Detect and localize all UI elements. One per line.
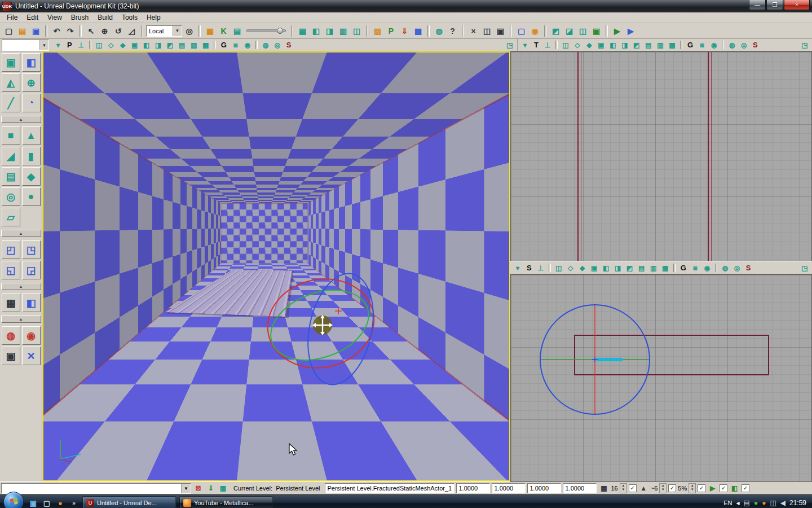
lit-icon[interactable]: ▣ xyxy=(595,40,607,50)
wireframe-icon[interactable]: ◇ xyxy=(565,262,576,273)
geometry-mode-button[interactable]: ◧ xyxy=(22,53,41,72)
chevron-down-icon[interactable]: ▼ xyxy=(39,40,48,50)
unlit-icon[interactable]: ◆ xyxy=(117,40,129,50)
special-brush-button[interactable]: ▦ xyxy=(2,294,20,312)
view-type-label[interactable]: P xyxy=(64,41,75,49)
top-viewport[interactable] xyxy=(510,51,812,261)
view-type-label[interactable]: T xyxy=(531,41,541,49)
translate-mode-icon[interactable]: ⊕ xyxy=(98,24,111,37)
actor-lock-icon[interactable]: ◎ xyxy=(738,40,749,50)
lightmap-density-icon[interactable]: ▦ xyxy=(660,262,671,273)
game-view-toggle[interactable]: G xyxy=(685,41,696,49)
drawscale-y-field[interactable]: 1.0000 xyxy=(492,483,526,493)
shader-complexity-icon[interactable]: ▥ xyxy=(188,40,200,50)
generic-browser-icon[interactable]: ▦ xyxy=(296,24,309,37)
mesh-paint-mode-button[interactable]: ╱ xyxy=(2,94,20,112)
slider-knob[interactable] xyxy=(277,28,283,34)
cut-icon[interactable]: × xyxy=(467,24,480,37)
volume-tray-icon[interactable]: ◀ xyxy=(780,500,785,506)
squint-toggle[interactable]: S xyxy=(284,41,294,49)
lighting-only-icon[interactable]: ◨ xyxy=(619,40,630,50)
perspective-scene[interactable] xyxy=(43,52,509,480)
autosave-spinner[interactable]: ▲▼ xyxy=(689,483,696,493)
wireframe-icon[interactable]: ◇ xyxy=(572,40,583,50)
maximize-button[interactable]: ❐ xyxy=(766,0,783,10)
quicklaunch-explorer-icon[interactable]: ▣ xyxy=(27,497,39,508)
lock-viewport-icon[interactable]: ◙ xyxy=(690,262,701,273)
maximize-viewport-icon[interactable]: ▾ xyxy=(512,262,523,273)
detail-lighting-icon[interactable]: ◧ xyxy=(607,40,619,50)
chevron-down-icon[interactable]: ▼ xyxy=(181,484,191,493)
show-flags-icon[interactable]: ◉ xyxy=(708,40,720,50)
scale-mode-icon[interactable]: ◿ xyxy=(125,24,138,37)
shader-complexity-icon[interactable]: ▥ xyxy=(648,262,659,273)
menu-tools[interactable]: Tools xyxy=(117,13,142,22)
linear-staircase-brush-button[interactable]: ▤ xyxy=(2,167,20,186)
split-tool-button[interactable]: ✕ xyxy=(22,347,41,365)
lighting-only-icon[interactable]: ◨ xyxy=(153,40,164,50)
help-icon[interactable]: ? xyxy=(446,24,459,37)
maximize-viewport-icon[interactable]: ▾ xyxy=(519,40,531,50)
realtime-icon[interactable]: ⊥ xyxy=(535,262,546,273)
lit-icon[interactable]: ▣ xyxy=(589,262,600,273)
open-map-icon[interactable]: ▤ xyxy=(16,24,29,37)
brush-stripes-icon[interactable]: ▨ xyxy=(371,24,384,37)
actor-search-combo[interactable]: ▼ xyxy=(1,483,191,494)
drawscale-z-field[interactable]: 1.0000 xyxy=(527,483,561,493)
side-viewport[interactable] xyxy=(510,274,812,482)
select-mode-icon[interactable]: ↖ xyxy=(85,24,98,37)
drawscale-x-field[interactable]: 1.0000 xyxy=(456,483,490,493)
attachment-browser-icon[interactable]: ◫ xyxy=(350,24,363,37)
publish-cook-icon[interactable]: P xyxy=(385,24,398,37)
level-streaming-icon[interactable]: ▦ xyxy=(218,483,228,494)
view-type-label[interactable]: S xyxy=(524,264,535,272)
redo-icon[interactable]: ↷ xyxy=(64,24,77,37)
paste-icon[interactable]: ▣ xyxy=(494,24,507,37)
camera-socket-icon[interactable]: ◍ xyxy=(726,40,738,50)
shader-complexity-icon[interactable]: ▥ xyxy=(655,40,666,50)
csg-intersect-button[interactable]: ◱ xyxy=(2,261,20,279)
rotation-grid-spinner[interactable]: ▲▼ xyxy=(659,483,667,493)
package-checkbox[interactable]: ✓ xyxy=(742,484,749,492)
browser-tray-icon[interactable]: ● xyxy=(762,500,766,506)
camera-socket-icon[interactable]: ◍ xyxy=(720,262,731,273)
lock-viewport-icon[interactable]: ◙ xyxy=(230,40,241,50)
camera-mode-button[interactable]: ▣ xyxy=(2,53,20,72)
keyboard-tray-icon[interactable]: ▤ xyxy=(744,500,750,506)
cone-brush-button[interactable]: ▲ xyxy=(22,126,41,145)
quicklaunch-desktop-icon[interactable]: ▢ xyxy=(41,497,53,508)
texture-density-icon[interactable]: ▤ xyxy=(636,262,647,273)
texture-density-icon[interactable]: ▤ xyxy=(176,40,188,50)
new-map-icon[interactable]: ▢ xyxy=(2,24,15,37)
show-flags-icon[interactable]: ◉ xyxy=(701,262,713,273)
actor-lock-icon[interactable]: ◎ xyxy=(731,262,743,273)
game-view-toggle[interactable]: G xyxy=(218,41,230,49)
brush-wireframe-icon[interactable]: ◫ xyxy=(560,40,571,50)
drag-grid-spinner[interactable]: ▲▼ xyxy=(620,483,627,493)
chevron-down-icon[interactable]: ▼ xyxy=(173,26,182,36)
csg-deintersect-button[interactable]: ◲ xyxy=(22,261,41,279)
spiral-staircase-brush-button[interactable]: ◎ xyxy=(2,187,20,206)
update-tray-icon[interactable]: ● xyxy=(754,500,758,506)
cube-brush-button[interactable]: ■ xyxy=(2,126,20,145)
transform-gizmo[interactable] xyxy=(242,253,405,405)
lathe-brush-button[interactable]: ◍ xyxy=(2,326,20,345)
menu-build[interactable]: Build xyxy=(93,13,117,22)
sphere-brush-button[interactable]: ● xyxy=(22,187,41,206)
taskbar-task-youtube[interactable]: YouTube - Metallica... xyxy=(179,496,273,508)
squint-toggle[interactable]: S xyxy=(750,41,761,49)
capped-cylinder-brush-button[interactable]: ◉ xyxy=(22,326,41,345)
selected-actor-field[interactable]: Persistent Level.FracturedStaticMeshActo… xyxy=(325,483,454,493)
copy-icon[interactable]: ◫ xyxy=(480,24,493,37)
rotate-mode-icon[interactable]: ↺ xyxy=(112,24,125,37)
menu-brush[interactable]: Brush xyxy=(67,13,93,22)
flag-checkbox[interactable]: ✓ xyxy=(720,484,727,492)
autosave-checkbox[interactable]: ✓ xyxy=(698,484,705,492)
split-viewport-icon[interactable]: ◳ xyxy=(799,40,810,50)
light-complexity-icon[interactable]: ◩ xyxy=(631,40,642,50)
maximize-viewport-icon[interactable]: ▾ xyxy=(52,40,64,50)
toolbox-separator[interactable]: ▲ xyxy=(1,283,41,290)
player-start-icon[interactable]: ◉ xyxy=(528,24,541,37)
curved-staircase-brush-button[interactable]: ◢ xyxy=(2,147,20,165)
brush-wireframe-icon[interactable]: ◫ xyxy=(94,40,105,50)
